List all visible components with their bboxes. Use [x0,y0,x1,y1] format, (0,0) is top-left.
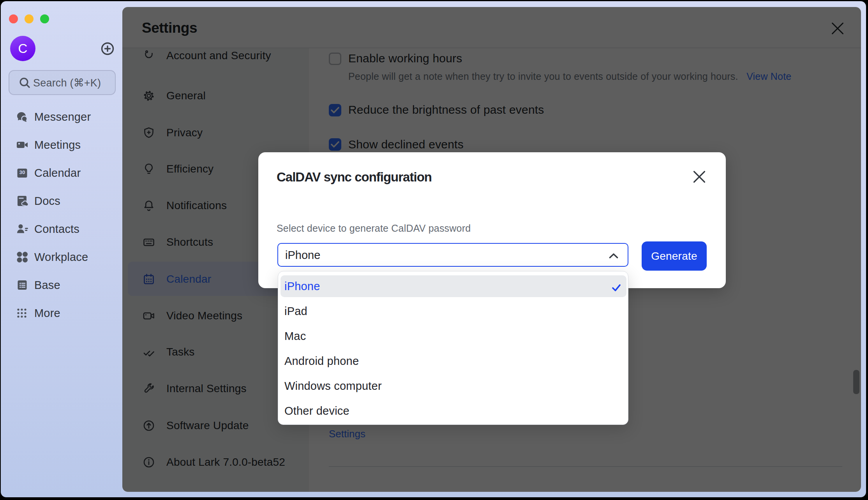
svg-text:30: 30 [19,169,25,175]
